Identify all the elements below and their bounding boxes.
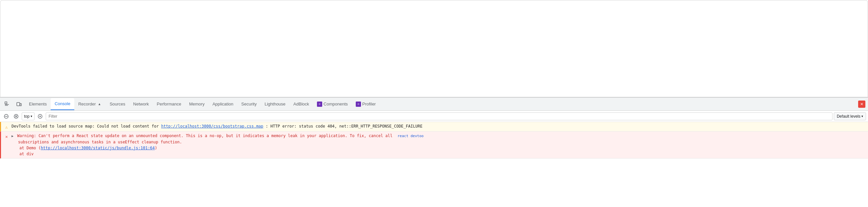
console-message-warning: ⚠ DevTools failed to load source map: Co… [0, 122, 868, 131]
svg-rect-0 [5, 102, 7, 104]
warning-message-content: DevTools failed to load source map: Coul… [11, 123, 865, 129]
error-message-content: ▶ Warning: Can't perform a React state u… [11, 133, 865, 157]
bundle-js-link[interactable]: http://localhost:3000/static/js/bundle.j… [41, 146, 155, 150]
tab-adblock[interactable]: AdBlock [289, 98, 313, 110]
svg-point-11 [39, 116, 41, 117]
react-devtools-source-link[interactable]: react devtoo [398, 134, 424, 138]
devtools-tab-bar: Elements Console Recorder ▲ Sources Netw… [0, 98, 868, 111]
bootstrap-css-map-link[interactable]: http://localhost:3000/css/bootstrap.css.… [161, 124, 264, 129]
context-selector-dropdown[interactable]: top ▾ [22, 112, 34, 120]
tab-lighthouse[interactable]: Lighthouse [261, 98, 290, 110]
stack-trace-line-2: at div [11, 151, 865, 157]
tab-profiler[interactable]: ⚛ Profiler [352, 98, 380, 110]
tab-sources[interactable]: Sources [105, 98, 129, 110]
clear-console-button[interactable] [2, 112, 10, 121]
device-toggle-icon[interactable] [13, 98, 25, 110]
stop-recording-button[interactable] [12, 112, 20, 121]
close-devtools-button[interactable]: ✕ [858, 101, 865, 108]
inspect-element-icon[interactable] [1, 98, 13, 110]
warning-icon: ⚠ [4, 124, 9, 130]
tab-components[interactable]: ⚛ Components [313, 98, 352, 110]
svg-rect-3 [17, 103, 20, 106]
error-icon: ✕ [4, 133, 9, 139]
console-toolbar: top ▾ Default levels ▾ [0, 111, 868, 122]
tab-security[interactable]: Security [237, 98, 261, 110]
chevron-down-icon: ▾ [861, 114, 863, 118]
svg-rect-4 [20, 103, 21, 106]
tab-memory[interactable]: Memory [185, 98, 209, 110]
default-levels-button[interactable]: Default levels ▾ [834, 112, 866, 120]
recorder-badge-icon: ▲ [97, 102, 102, 106]
react-profiler-icon: ⚛ [356, 102, 361, 107]
stack-trace-line-1: at Demo (http://localhost:3000/static/js… [11, 145, 865, 151]
expand-error-icon[interactable]: ▶ [11, 134, 13, 138]
tab-performance[interactable]: Performance [153, 98, 185, 110]
tab-network[interactable]: Network [129, 98, 153, 110]
chevron-down-icon: ▾ [31, 114, 32, 118]
show-console-sidebar-button[interactable] [36, 112, 44, 121]
tab-elements[interactable]: Elements [25, 98, 51, 110]
console-message-error: ✕ ▶ Warning: Can't perform a React state… [0, 131, 868, 159]
tab-application[interactable]: Application [209, 98, 237, 110]
console-messages-area: ⚠ DevTools failed to load source map: Co… [0, 122, 868, 207]
devtools-panel: Elements Console Recorder ▲ Sources Netw… [0, 97, 868, 207]
tab-recorder[interactable]: Recorder ▲ [74, 98, 105, 110]
tab-console[interactable]: Console [51, 98, 74, 110]
browser-viewport [0, 0, 868, 97]
console-filter-input[interactable] [46, 112, 833, 120]
react-components-icon: ⚛ [317, 102, 322, 107]
